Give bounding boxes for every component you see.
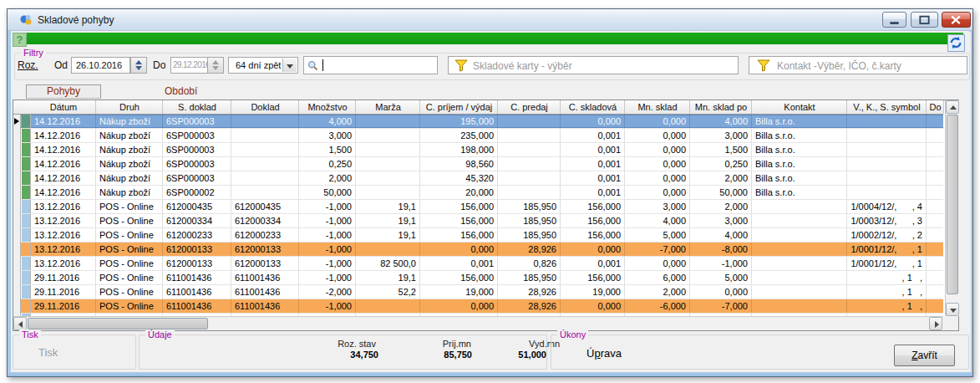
vertical-scrollbar[interactable]	[945, 100, 959, 316]
column-header[interactable]: Marža	[357, 100, 420, 114]
close-button[interactable]	[942, 12, 971, 28]
table-row[interactable]: 14.12.2016Nákup zboží6SP0000034,000195,0…	[13, 115, 943, 129]
table-row[interactable]: 14.12.2016Nákup zboží6SP00000250,00020,0…	[13, 186, 943, 200]
table-cell	[927, 214, 943, 227]
table-cell: 612000133	[164, 257, 231, 270]
contact-filter-input[interactable]: Kontakt -Výběr, IČO, č.karty	[749, 56, 967, 74]
table-cell: 0,826	[499, 257, 561, 270]
table-cell	[357, 157, 420, 171]
vertical-scroll-thumb[interactable]	[947, 115, 958, 294]
row-selector[interactable]	[13, 186, 21, 200]
date-to-input[interactable]: 29.12.2016	[170, 57, 209, 74]
column-header[interactable]: C. príjem / výdaj	[421, 100, 498, 114]
column-header[interactable]: C. predaj	[499, 100, 561, 114]
scroll-right-button[interactable]	[929, 317, 942, 330]
date-from-spinner[interactable]	[130, 57, 147, 74]
table-cell: 98,560	[421, 157, 498, 171]
tab-pohyby[interactable]: Pohyby	[26, 84, 101, 99]
cards-filter-input[interactable]: Skladové karty - výběr	[448, 56, 739, 74]
client-area: ? Filtry Roz. Od 26.10.2016 Do 29.12.201…	[11, 32, 971, 372]
search-input[interactable]	[303, 56, 438, 74]
row-selector[interactable]	[13, 171, 21, 186]
chevron-down-icon[interactable]	[282, 59, 297, 72]
row-selector[interactable]	[13, 299, 21, 314]
table-cell: 52,2	[357, 285, 420, 299]
row-selector[interactable]	[13, 214, 21, 228]
column-header[interactable]: Dátum	[32, 100, 96, 114]
table-cell	[753, 214, 847, 227]
contact-filter-placeholder: Kontakt -Výběr, IČO, č.karty	[777, 60, 901, 72]
row-selector[interactable]	[13, 285, 21, 299]
column-header[interactable]: V., K., S. symbol	[848, 100, 927, 114]
scroll-up-button[interactable]	[946, 100, 959, 114]
row-selector[interactable]	[13, 129, 21, 143]
column-header[interactable]: Mn. sklad	[626, 100, 690, 114]
table-row[interactable]: 13.12.2016POS - Online612000133612000133…	[13, 243, 943, 257]
maximize-button[interactable]	[911, 12, 938, 28]
table-cell: Nákup zboží	[97, 143, 163, 156]
table-cell: 156,000	[561, 228, 625, 242]
table-row[interactable]: 14.12.2016Nákup zboží6SP0000032,00045,32…	[13, 171, 943, 186]
close-window-button[interactable]: Zavřít	[894, 345, 955, 366]
table-cell: 14.12.2016	[32, 143, 96, 156]
row-selector[interactable]	[13, 257, 21, 271]
tisk-action[interactable]: Tisk	[38, 346, 58, 359]
table-row[interactable]: 14.12.2016Nákup zboží6SP0000030,25098,56…	[13, 157, 943, 171]
minimize-button[interactable]	[882, 12, 906, 28]
row-selector[interactable]	[13, 200, 21, 214]
table-cell: 0,250	[691, 157, 752, 171]
window-title: Skladové pohyby	[38, 14, 114, 26]
table-cell: 19,1	[357, 228, 420, 242]
table-cell	[357, 171, 420, 185]
scroll-down-button[interactable]	[946, 303, 959, 316]
search-icon	[307, 60, 318, 71]
table-cell: 0,001	[561, 129, 625, 142]
table-cell: 6SP000003	[164, 143, 231, 156]
column-header[interactable]: Mn. sklad po	[691, 100, 752, 114]
table-cell	[357, 186, 420, 199]
table-cell: 185,950	[499, 271, 561, 284]
table-row[interactable]: 14.12.2016Nákup zboží6SP0000031,500198,0…	[13, 143, 943, 157]
table-cell: POS - Online	[97, 200, 163, 213]
row-selector[interactable]	[13, 143, 21, 157]
column-header[interactable]: Množstvo	[300, 100, 356, 114]
row-selector[interactable]	[13, 243, 21, 257]
horizontal-scroll-thumb[interactable]	[28, 318, 208, 329]
column-header[interactable]: Kontakt	[753, 100, 847, 114]
table-row[interactable]: 13.12.2016POS - Online612000435612000435…	[13, 200, 943, 214]
column-header[interactable]: C. skladová	[561, 100, 625, 114]
roz-link[interactable]: Roz.	[18, 59, 38, 71]
table-cell: 14.12.2016	[32, 186, 96, 199]
column-header[interactable]: Doklad	[232, 100, 299, 114]
table-row[interactable]: 14.12.2016Nákup zboží6SP0000033,000235,0…	[13, 129, 943, 143]
row-selector[interactable]	[13, 115, 21, 129]
column-header[interactable]: S. doklad	[164, 100, 231, 114]
filter-funnel-icon	[757, 59, 770, 72]
date-from-input[interactable]: 26.10.2016	[71, 57, 130, 74]
table-row[interactable]: 13.12.2016POS - Online612000233612000233…	[13, 228, 943, 243]
udaje-group: Údaje Roz. stav 34,750 Prij.mn 85,750 Vy…	[139, 334, 547, 370]
table-row[interactable]: 29.11.2016POS - Online611001436611001436…	[13, 299, 943, 314]
scroll-left-button[interactable]	[13, 317, 27, 330]
table-cell	[357, 129, 420, 142]
row-selector[interactable]	[13, 228, 21, 243]
row-selector[interactable]	[13, 157, 21, 171]
table-row[interactable]: 13.12.2016POS - Online612000334612000334…	[13, 214, 943, 228]
table-cell: 611001436	[232, 285, 299, 299]
table-cell: 2,000	[300, 171, 356, 185]
column-header[interactable]: Druh	[97, 100, 163, 114]
uprava-action[interactable]: Úprava	[586, 347, 622, 360]
table-row[interactable]: 29.11.2016POS - Online611001436611001436…	[13, 285, 943, 299]
horizontal-scrollbar[interactable]	[13, 316, 944, 330]
help-button[interactable]: ?	[13, 33, 27, 47]
row-selector[interactable]	[13, 271, 21, 285]
table-row[interactable]: 29.11.2016POS - Online611001436611001436…	[13, 271, 943, 285]
range-combobox[interactable]: 64 dní zpět	[228, 57, 298, 74]
tab-obdobi[interactable]: Období	[165, 85, 197, 97]
table-cell: 29.11.2016	[32, 299, 96, 313]
table-row[interactable]: 13.12.2016POS - Online612000133612000133…	[13, 257, 943, 271]
date-to-spinner[interactable]	[207, 57, 224, 74]
refresh-icon[interactable]	[947, 34, 965, 52]
column-header[interactable]: Do	[927, 100, 944, 114]
table-cell	[357, 115, 420, 128]
